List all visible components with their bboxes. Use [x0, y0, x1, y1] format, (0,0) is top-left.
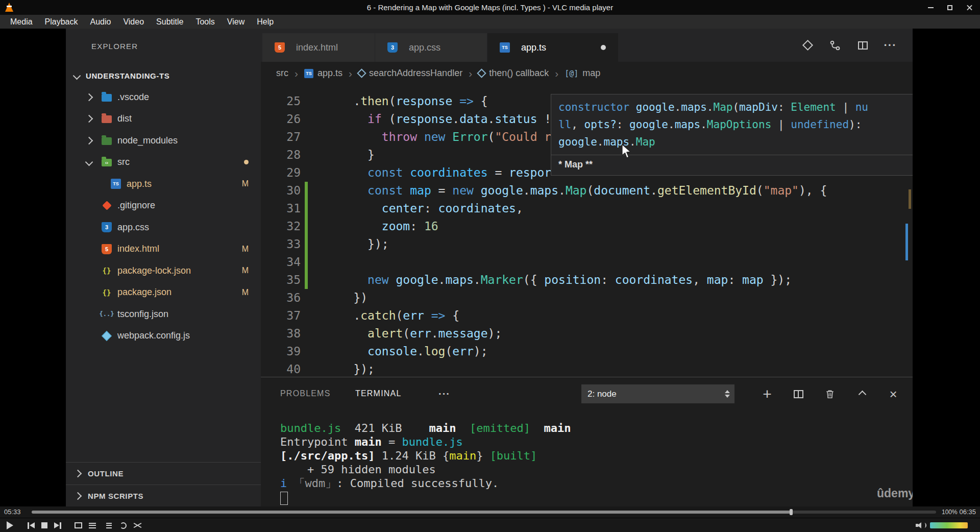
chevron-slot	[86, 159, 102, 165]
terminal-output[interactable]: bundle.js 421 KiB main [emitted] mainEnt…	[280, 421, 571, 490]
menu-subtitle[interactable]: Subtitle	[150, 15, 189, 29]
file-tree: .vscodedistnode_modules‹›srcTSapp.tsM.gi…	[66, 86, 261, 347]
terminal-line: + 59 hidden modules	[280, 463, 571, 476]
speaker-icon	[916, 521, 927, 529]
more-actions-button[interactable]: ···	[884, 39, 896, 52]
panel-more-button[interactable]: ···	[438, 377, 450, 410]
minimize-button[interactable]	[926, 3, 935, 12]
tree-item-package-lock-json[interactable]: {}package-lock.jsonM	[66, 260, 261, 282]
previous-button[interactable]	[24, 519, 38, 531]
extended-settings-button[interactable]	[86, 519, 99, 531]
tree-item-dist[interactable]: dist	[66, 108, 261, 130]
tree-item-label: index.html	[117, 244, 159, 254]
next-button[interactable]	[51, 519, 64, 531]
breadcrumb-then-callback[interactable]: then() callback	[478, 68, 549, 79]
code-text: throw new Error("Could r	[325, 128, 551, 146]
breadcrumb-src[interactable]: src	[276, 68, 288, 79]
menu-help[interactable]: Help	[251, 15, 280, 29]
line-number: 28	[261, 146, 301, 164]
git-compare-button[interactable]	[829, 39, 841, 52]
line-number: 34	[261, 253, 301, 271]
code-line: 35 new google.maps.Marker({ position: co…	[261, 271, 913, 289]
project-name: UNDERSTANDING-TS	[86, 71, 169, 80]
menu-playback[interactable]: Playback	[39, 15, 84, 29]
panel-tab-terminal[interactable]: TERMINAL	[355, 377, 402, 410]
random-button[interactable]	[131, 519, 144, 531]
loop-button[interactable]	[116, 519, 130, 531]
close-panel-button[interactable]: ×	[887, 388, 900, 401]
line-number: 29	[261, 164, 301, 182]
tree-item-node-modules[interactable]: node_modules	[66, 130, 261, 152]
panel-tab-problems[interactable]: PROBLEMS	[280, 377, 331, 410]
volume-slider[interactable]	[930, 522, 968, 528]
fullscreen-button[interactable]	[71, 519, 85, 531]
line-number: 26	[261, 110, 301, 128]
symbol-array-icon: [@]	[565, 69, 578, 78]
code-line: 30 const map = new google.maps.Map(docum…	[261, 182, 913, 200]
tree-item-index-html[interactable]: 5index.htmlM	[66, 238, 261, 260]
tree-item-vscode[interactable]: .vscode	[66, 86, 261, 108]
code-text: zoom: 16	[325, 217, 438, 235]
scrollbar-thumb[interactable]	[905, 224, 908, 260]
code-line: 32 zoom: 16	[261, 217, 913, 235]
menu-audio[interactable]: Audio	[84, 15, 117, 29]
tree-item-src[interactable]: ‹›src	[66, 152, 261, 174]
project-root-row[interactable]: UNDERSTANDING-TS	[66, 66, 261, 85]
tab-app-ts[interactable]: TSapp.ts	[487, 33, 619, 62]
new-terminal-button[interactable]: +	[761, 388, 774, 401]
breadcrumb-label: map	[582, 68, 600, 79]
tree-item-tsconfig-json[interactable]: {..}tsconfig.json	[66, 303, 261, 325]
tree-item-label: .vscode	[117, 92, 149, 103]
breadcrumb-searchaddresshandler[interactable]: searchAddressHandler	[358, 68, 462, 79]
tree-item-package-json[interactable]: {}package.jsonM	[66, 282, 261, 304]
modified-badge: M	[242, 245, 249, 254]
code-line: 39 console.log(err);	[261, 343, 913, 360]
close-button[interactable]	[965, 3, 974, 12]
kill-terminal-button[interactable]	[823, 388, 837, 401]
maximize-panel-button[interactable]	[855, 388, 869, 401]
sidebar-section-outline[interactable]: OUTLINE	[66, 462, 261, 485]
json-icon: {}	[102, 287, 112, 298]
split-terminal-icon	[794, 390, 803, 398]
shuffle-icon	[133, 522, 142, 529]
fullscreen-icon	[75, 522, 82, 528]
loop-icon	[120, 522, 127, 529]
code-line: 34	[261, 253, 913, 271]
tree-item-app-ts[interactable]: TSapp.tsM	[66, 173, 261, 195]
menu-tools[interactable]: Tools	[189, 15, 220, 29]
tree-item-label: package.json	[117, 287, 172, 298]
menu-media[interactable]: Media	[4, 15, 39, 29]
split-editor-button[interactable]	[856, 39, 869, 52]
seek-bar[interactable]	[32, 511, 936, 514]
seek-handle[interactable]	[790, 509, 793, 515]
breadcrumb-app-ts[interactable]: TSapp.ts	[304, 68, 342, 79]
tree-item-label: app.ts	[127, 179, 152, 189]
tab-app-css[interactable]: 3app.css	[375, 33, 487, 62]
sidebar-section-npm-scripts[interactable]: NPM SCRIPTS	[66, 485, 261, 506]
tree-item-app-css[interactable]: 3app.css	[66, 216, 261, 238]
mute-button[interactable]	[915, 519, 928, 531]
git-compare-icon	[829, 40, 841, 51]
tree-item-gitignore[interactable]: .gitignore	[66, 195, 261, 217]
terminal-picker[interactable]: 2: node	[581, 384, 734, 403]
modified-gutter-indicator	[305, 182, 308, 200]
video-area[interactable]: EXPLORER UNDERSTANDING-TS .vscodedistnod…	[0, 29, 980, 506]
play-button[interactable]	[3, 519, 16, 531]
line-number: 39	[261, 343, 301, 360]
menu-view[interactable]: View	[221, 15, 251, 29]
code-line: 36 })	[261, 289, 913, 307]
menu-video[interactable]: Video	[117, 15, 150, 29]
tree-item-label: webpack.config.js	[117, 330, 190, 341]
breadcrumb-map[interactable]: [@]map	[565, 68, 600, 79]
tab-index-html[interactable]: 5index.html	[262, 33, 375, 62]
split-terminal-button[interactable]	[792, 388, 805, 401]
stop-button[interactable]	[38, 519, 51, 531]
tree-item-webpack-config-js[interactable]: webpack.config.js	[66, 325, 261, 347]
chevron-right-icon	[85, 115, 93, 123]
maximize-button[interactable]	[945, 3, 954, 12]
playlist-button[interactable]	[102, 519, 115, 531]
volume-percent: 100%	[942, 509, 958, 516]
terminal-cursor	[280, 492, 288, 505]
open-changes-button[interactable]	[801, 39, 814, 52]
tooltip-signature: constructor google.maps.Map(mapDiv: Elem…	[551, 94, 913, 155]
